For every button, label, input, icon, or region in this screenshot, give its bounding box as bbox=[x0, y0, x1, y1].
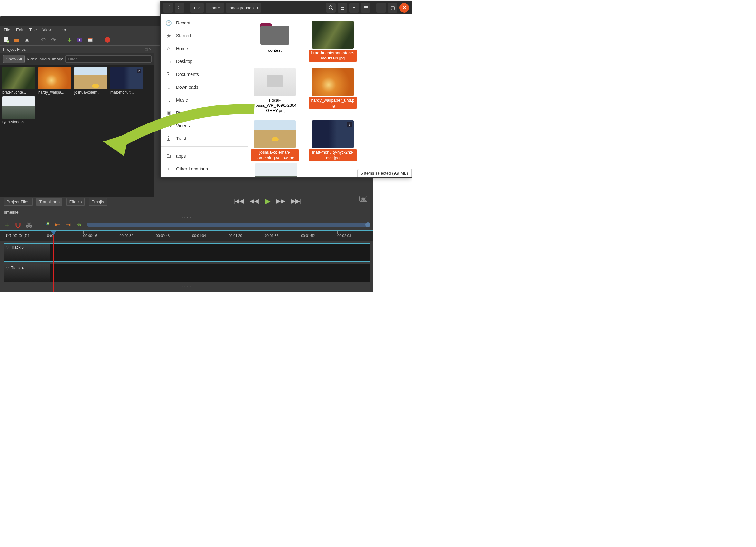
sidebar-item-other-locations[interactable]: ＋Other Locations bbox=[161, 162, 248, 175]
tab-emojis[interactable]: Emojis bbox=[89, 198, 107, 206]
playhead-icon[interactable] bbox=[51, 231, 56, 236]
tab-effects[interactable]: Effects bbox=[66, 198, 85, 206]
timeline-track[interactable]: ▽Track 4 bbox=[4, 264, 370, 282]
add-track-icon[interactable]: ＋ bbox=[4, 221, 11, 228]
track-header[interactable]: ▽Track 5 bbox=[4, 244, 50, 261]
undo-icon[interactable]: ↶ bbox=[40, 36, 47, 43]
tab-project-files[interactable]: Project Files bbox=[4, 198, 33, 206]
snap-icon[interactable] bbox=[14, 221, 22, 228]
menu-help[interactable]: Help bbox=[57, 27, 66, 32]
import-files-icon[interactable]: ＋ bbox=[66, 36, 73, 43]
project-file-item[interactable]: hardy_wallpa... bbox=[38, 67, 73, 95]
jump-start-icon[interactable]: |◀◀ bbox=[233, 198, 244, 205]
path-share[interactable]: share bbox=[206, 3, 224, 13]
timeline-ruler[interactable]: 00:00:00,01 0:0000:00:1600:00:3200:00:48… bbox=[0, 230, 373, 241]
file-thumbnail bbox=[312, 68, 354, 96]
track-body[interactable] bbox=[50, 244, 370, 261]
search-icon[interactable] bbox=[326, 3, 336, 13]
menu-edit[interactable]: Edit bbox=[16, 27, 23, 32]
forward-button[interactable]: 〉 bbox=[175, 3, 184, 13]
panel-drag-handle-bottom[interactable]: ······ bbox=[0, 284, 373, 288]
zoom-slider[interactable] bbox=[87, 223, 370, 227]
path-backgrounds[interactable]: backgrounds ▼ bbox=[226, 3, 261, 13]
file-item[interactable]: joshua-coleman-something-yellow.jpg bbox=[251, 120, 299, 161]
project-file-item[interactable]: matt-mcnult... bbox=[110, 67, 145, 95]
sidebar-icon: 🗑 bbox=[166, 136, 172, 142]
filter-video[interactable]: Video bbox=[27, 57, 37, 61]
export-video-icon[interactable] bbox=[104, 36, 111, 43]
timeline-panel: Timeline ······ ＋ ⇤ ⇥ ⇹ 00:00:00,01 0:00… bbox=[0, 209, 373, 288]
file-item[interactable]: brad-huchteman-stone-mountain.jpg bbox=[309, 21, 357, 62]
project-files-grid[interactable]: brad-huchte...hardy_wallpa...joshua-cole… bbox=[0, 65, 154, 197]
sidebar-item-documents[interactable]: 🗎Documents bbox=[161, 68, 248, 81]
panel-controls[interactable]: ◫ ✕ bbox=[145, 47, 152, 51]
sidebar-label: Desktop bbox=[176, 59, 192, 64]
timecode: 00:00:00,01 bbox=[0, 233, 47, 238]
sidebar-item-desktop[interactable]: ▭Desktop bbox=[161, 55, 248, 68]
sidebar-item-trash[interactable]: 🗑Trash bbox=[161, 132, 248, 145]
thumbnail bbox=[74, 67, 107, 89]
file-item[interactable]: Focal-Fossa_WP_4096x2304_GREY.png bbox=[251, 68, 299, 114]
sidebar-item-music[interactable]: ♫Music bbox=[161, 94, 248, 107]
maximize-button[interactable]: ▢ bbox=[388, 3, 397, 13]
forward-icon[interactable]: ▶▶ bbox=[276, 198, 285, 205]
open-project-icon[interactable] bbox=[13, 36, 20, 43]
project-file-item[interactable]: brad-huchte... bbox=[2, 67, 37, 95]
menu-view[interactable]: View bbox=[42, 27, 51, 32]
file-thumbnail bbox=[254, 68, 296, 96]
sidebar-item-videos[interactable]: 🎞Videos bbox=[161, 119, 248, 132]
profile-icon[interactable] bbox=[76, 36, 83, 43]
track-header[interactable]: ▽Track 4 bbox=[4, 264, 50, 282]
sidebar-item-recent[interactable]: 🕑Recent bbox=[161, 16, 248, 29]
menu-file[interactable]: File bbox=[4, 27, 10, 32]
sidebar-item-downloads[interactable]: ⤓Downloads bbox=[161, 81, 248, 94]
back-button[interactable]: 〈 bbox=[163, 3, 173, 13]
menu-title[interactable]: Title bbox=[29, 27, 37, 32]
jump-end-icon[interactable]: ▶▶| bbox=[291, 198, 302, 205]
redo-icon[interactable]: ↷ bbox=[50, 36, 57, 43]
view-dropdown-icon[interactable]: ▼ bbox=[349, 3, 359, 13]
filter-show-all[interactable]: Show All bbox=[3, 55, 25, 63]
sidebar-item-home[interactable]: ⌂Home bbox=[161, 42, 248, 55]
new-project-icon[interactable] bbox=[3, 36, 10, 43]
track-body[interactable] bbox=[50, 264, 370, 282]
sidebar-icon: 🗎 bbox=[166, 71, 172, 77]
thumbnail-label: brad-huchte... bbox=[2, 89, 37, 95]
folder-item[interactable]: contest bbox=[251, 21, 299, 62]
snapshot-icon[interactable]: ◉ bbox=[359, 196, 367, 202]
minimize-button[interactable]: — bbox=[376, 3, 386, 13]
sidebar-item-apps[interactable]: 🗀apps bbox=[161, 150, 248, 162]
add-marker-icon[interactable] bbox=[43, 221, 50, 228]
view-list-icon[interactable] bbox=[338, 3, 347, 13]
project-file-item[interactable]: joshua-colem... bbox=[74, 67, 109, 95]
project-file-item[interactable]: ryan-stone-s... bbox=[2, 97, 37, 125]
sidebar-icon: ⤓ bbox=[166, 84, 172, 90]
file-label: Focal-Fossa_WP_4096x2304_GREY.png bbox=[251, 97, 299, 114]
close-button[interactable] bbox=[399, 3, 409, 13]
play-icon[interactable]: ▶ bbox=[265, 197, 270, 206]
razor-icon[interactable] bbox=[25, 221, 33, 228]
hamburger-menu-icon[interactable] bbox=[361, 3, 370, 13]
filter-audio[interactable]: Audio bbox=[39, 57, 50, 61]
file-item[interactable]: hardy_wallpaper_uhd.png bbox=[309, 68, 357, 114]
file-item[interactable] bbox=[252, 163, 300, 177]
sidebar-item-starred[interactable]: ★Starred bbox=[161, 29, 248, 42]
filter-image[interactable]: Image bbox=[52, 57, 63, 61]
next-marker-icon[interactable]: ⇥ bbox=[65, 221, 72, 228]
filter-input[interactable] bbox=[65, 55, 152, 63]
sidebar-item-pictures[interactable]: ▣Pictures bbox=[161, 107, 248, 119]
save-project-icon[interactable] bbox=[23, 36, 31, 43]
rewind-icon[interactable]: ◀◀ bbox=[250, 198, 259, 205]
fullscreen-icon[interactable] bbox=[87, 36, 94, 43]
tab-transitions[interactable]: Transitions bbox=[36, 198, 62, 206]
thumbnail bbox=[110, 67, 143, 89]
svg-point-6 bbox=[105, 37, 110, 43]
center-playhead-icon[interactable]: ⇹ bbox=[76, 221, 83, 228]
panel-drag-handle[interactable]: ······ bbox=[0, 216, 373, 219]
file-item[interactable]: matt-mcnulty-nyc-2nd-ave.jpg bbox=[309, 120, 357, 161]
prev-marker-icon[interactable]: ⇤ bbox=[54, 221, 61, 228]
timeline-track[interactable]: ▽Track 5 bbox=[4, 243, 370, 262]
sidebar-icon: ＋ bbox=[166, 166, 172, 172]
path-usr[interactable]: usr bbox=[190, 3, 204, 13]
files-grid[interactable]: contestbrad-huchteman-stone-mountain.jpg… bbox=[248, 14, 412, 177]
